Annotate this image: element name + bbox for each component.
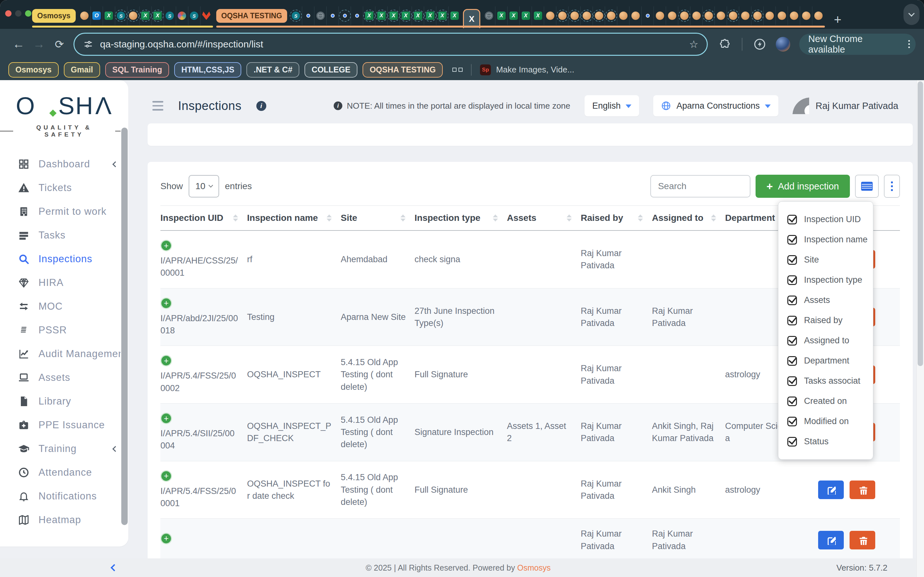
tab-group-label[interactable]: OQSHA TESTING: [216, 9, 288, 23]
checkbox-checked-icon[interactable]: [787, 316, 797, 326]
browser-tab[interactable]: [115, 6, 127, 25]
checkbox-checked-icon[interactable]: [787, 356, 797, 366]
sidebar-item[interactable]: MOC: [0, 295, 128, 318]
language-select[interactable]: English: [585, 95, 640, 116]
osmosys-link[interactable]: Osmosys: [517, 563, 551, 572]
browser-tab[interactable]: [568, 6, 580, 25]
reload-button[interactable]: ⟳: [49, 38, 69, 51]
sort-arrows-icon[interactable]: [233, 214, 238, 221]
browser-tab[interactable]: [200, 6, 212, 25]
column-menu-item[interactable]: Inspection type: [779, 270, 873, 290]
browser-tab[interactable]: [617, 6, 629, 25]
browser-tab[interactable]: [302, 6, 314, 25]
apps-grid-icon[interactable]: [452, 68, 463, 72]
sidebar-collapse-icon[interactable]: [111, 564, 118, 572]
checkbox-checked-icon[interactable]: [787, 376, 797, 386]
checkbox-checked-icon[interactable]: [787, 235, 797, 245]
browser-tab[interactable]: [812, 6, 824, 25]
url-text[interactable]: qa-staging.oqsha.com/#/inspection/list: [100, 39, 689, 50]
browser-tab[interactable]: [727, 6, 739, 25]
company-select[interactable]: Aparna Constructions: [653, 95, 779, 116]
tab-group-label[interactable]: Osmosys: [32, 9, 76, 23]
browser-tab[interactable]: [152, 6, 164, 25]
checkbox-checked-icon[interactable]: [787, 215, 797, 224]
bookmark-item[interactable]: Make Images, Vide...: [496, 65, 574, 75]
browser-tab[interactable]: [531, 6, 544, 25]
minimize-window-button[interactable]: [15, 10, 21, 17]
sidebar-item[interactable]: Dashboard: [0, 152, 128, 176]
browser-tab[interactable]: [507, 6, 519, 25]
address-bar[interactable]: qa-staging.oqsha.com/#/inspection/list ☆: [73, 33, 708, 56]
sort-arrows-icon[interactable]: [493, 214, 498, 221]
browser-tab[interactable]: [751, 6, 763, 25]
bookmark-folder[interactable]: Gmail: [64, 62, 100, 77]
browser-tab[interactable]: [763, 6, 775, 25]
browser-tab[interactable]: [544, 6, 556, 25]
bookmark-folder[interactable]: Osmosys: [8, 62, 59, 77]
column-header[interactable]: Inspection UID: [160, 206, 247, 231]
delete-button[interactable]: [850, 480, 875, 499]
sort-arrows-icon[interactable]: [401, 214, 405, 221]
column-header[interactable]: Raised by: [581, 206, 652, 231]
checkbox-checked-icon[interactable]: [787, 396, 797, 406]
browser-tab[interactable]: [363, 6, 375, 25]
expand-row-icon[interactable]: +: [160, 533, 172, 544]
browser-tab[interactable]: [90, 6, 103, 25]
browser-tab[interactable]: [690, 6, 702, 25]
tab-search-button[interactable]: [903, 4, 919, 25]
browser-tab[interactable]: [399, 6, 412, 25]
edit-button[interactable]: [818, 531, 844, 550]
browser-tab[interactable]: [641, 6, 654, 25]
bookmark-star-icon[interactable]: ☆: [689, 38, 698, 50]
bookmark-folder[interactable]: HTML,CSS,JS: [174, 62, 241, 77]
page-scrollbar-thumb[interactable]: [918, 81, 923, 366]
column-menu-item[interactable]: Assigned to: [779, 330, 873, 351]
browser-menu-icon[interactable]: [908, 40, 910, 48]
browser-tab[interactable]: [436, 6, 448, 25]
browser-tab[interactable]: [666, 6, 678, 25]
back-button[interactable]: ←: [8, 37, 29, 51]
browser-tab[interactable]: [605, 6, 617, 25]
sidebar-item[interactable]: Library: [0, 390, 128, 413]
browser-tab[interactable]: [654, 6, 666, 25]
sidebar-item[interactable]: Audit Management: [0, 342, 128, 366]
column-menu-item[interactable]: Modified on: [779, 411, 873, 432]
browser-tab[interactable]: [629, 6, 641, 25]
edit-button[interactable]: [818, 480, 844, 499]
browser-tab[interactable]: [580, 6, 593, 25]
bookmark-folder[interactable]: SQL Training: [105, 62, 169, 77]
column-menu-item[interactable]: Inspection UID: [779, 210, 873, 229]
site-settings-icon[interactable]: [83, 39, 94, 50]
add-inspection-button[interactable]: + Add inspection: [756, 175, 850, 198]
column-header[interactable]: Inspection type: [415, 206, 507, 231]
browser-tab[interactable]: [788, 6, 800, 25]
page-scrollbar[interactable]: [916, 80, 924, 577]
browser-tab[interactable]: [800, 6, 812, 25]
column-menu-item[interactable]: Department: [779, 351, 873, 371]
sidebar-item[interactable]: HIRA: [0, 271, 128, 295]
sort-arrows-icon[interactable]: [711, 214, 716, 221]
column-menu-item[interactable]: Status: [779, 432, 873, 452]
browser-tab[interactable]: [495, 6, 507, 25]
browser-tab[interactable]: [483, 6, 495, 25]
zoom-window-button[interactable]: [25, 10, 31, 17]
checkbox-checked-icon[interactable]: [787, 295, 797, 305]
browser-tab[interactable]: [103, 6, 115, 25]
browser-tab[interactable]: [78, 6, 90, 25]
checkbox-checked-icon[interactable]: [787, 336, 797, 346]
column-menu-item[interactable]: Site: [779, 250, 873, 270]
new-tab-button[interactable]: +: [827, 10, 848, 29]
browser-tab[interactable]: [739, 6, 751, 25]
browser-tab[interactable]: [375, 6, 387, 25]
browser-tab[interactable]: [593, 6, 605, 25]
sidebar-item[interactable]: Training: [0, 437, 128, 461]
app-logo[interactable]: O SH Λ QUALITY & SAFETY: [0, 80, 128, 138]
browser-tab[interactable]: [775, 6, 788, 25]
sidebar-item[interactable]: Heatmap: [0, 508, 128, 532]
sidebar-scrollbar[interactable]: [121, 127, 128, 541]
update-chrome-button[interactable]: New Chrome available: [799, 34, 916, 55]
filter-panel[interactable]: [148, 123, 913, 146]
forward-button[interactable]: →: [29, 37, 49, 51]
browser-tab[interactable]: [714, 6, 727, 25]
browser-tab[interactable]: [424, 6, 436, 25]
